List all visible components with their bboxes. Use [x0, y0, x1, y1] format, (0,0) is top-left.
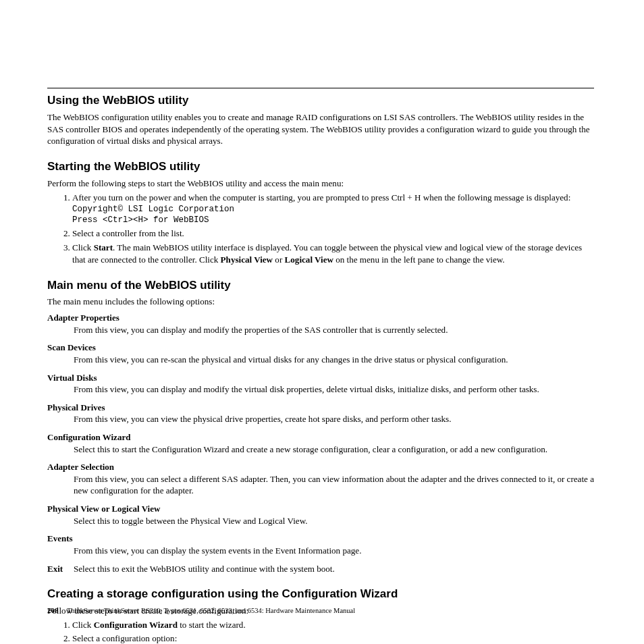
definition-desc: Select this to toggle between the Physic… [74, 515, 594, 527]
definition-desc: From this view, you can display and modi… [74, 383, 594, 396]
text: Click [72, 620, 94, 630]
paragraph: The main menu includes the following opt… [47, 296, 594, 308]
text: or [273, 254, 284, 265]
definition-item: Configuration Wizard Select this to star… [47, 431, 594, 455]
paragraph: Perform the following steps to start the… [47, 178, 594, 190]
definition-term: Configuration Wizard [47, 431, 594, 444]
definition-term: Events [47, 533, 594, 545]
definition-desc: Select this to start the Configuration W… [74, 444, 594, 456]
list-item: After you turn on the power and when the… [72, 192, 594, 226]
bold-text: Logical View [285, 254, 333, 265]
code-block: Copyright© LSI Logic Corporation Press <… [72, 205, 594, 225]
definition-desc: From this view, you can display and modi… [74, 324, 594, 336]
definition-desc: From this view, you can view the physica… [74, 413, 594, 425]
definition-term: Adapter Selection [47, 461, 594, 473]
definition-item: Scan Devices From this view, you can re-… [47, 342, 594, 365]
list-item: Select a controller from the list. [72, 227, 594, 240]
definition-desc: From this view, you can re-scan the phys… [74, 354, 594, 366]
page-footer: 208 ThinkServer ThinkServer RS210, Types… [47, 606, 355, 616]
text: Click [72, 242, 94, 252]
heading-using-webbios: Using the WebBIOS utility [47, 88, 594, 109]
heading-starting-webbios: Starting the WebBIOS utility [47, 159, 594, 175]
definition-item: Events From this view, you can display t… [47, 533, 594, 556]
ordered-list: Click Configuration Wizard to start the … [72, 619, 594, 644]
paragraph: The WebBIOS configuration utility enable… [47, 111, 594, 147]
definition-term: Exit [47, 563, 74, 575]
definition-list: Adapter Properties From this view, you c… [47, 312, 594, 574]
heading-main-menu: Main menu of the WebBIOS utility [47, 278, 594, 294]
list-item: Click Configuration Wizard to start the … [72, 619, 594, 631]
bold-text: Configuration Wizard [94, 620, 178, 630]
definition-item: Virtual Disks From this view, you can di… [47, 372, 594, 396]
definition-term: Virtual Disks [47, 372, 594, 384]
bold-text: Physical View [221, 254, 273, 265]
definition-item: Adapter Selection From this view, you ca… [47, 461, 594, 497]
section-main-menu: Main menu of the WebBIOS utility The mai… [47, 278, 594, 575]
section-using-webbios: Using the WebBIOS utility The WebBIOS co… [47, 88, 594, 147]
definition-item: Physical View or Logical View Select thi… [47, 503, 594, 527]
ordered-list: After you turn on the power and when the… [72, 192, 594, 266]
page-number: 208 [47, 606, 59, 614]
footer-text: ThinkServer ThinkServer RS210, Types 653… [67, 607, 355, 614]
definition-term: Scan Devices [47, 342, 594, 354]
definition-term: Physical Drives [47, 402, 594, 414]
list-item: Select a configuration option: [72, 633, 594, 644]
text: After you turn on the power and when the… [72, 192, 570, 203]
definition-desc: Select this to exit the WebBIOS utility … [74, 563, 594, 575]
text: to start the wizard. [178, 620, 246, 630]
list-item: Click Start. The main WebBIOS utility in… [72, 242, 594, 265]
definition-desc: From this view, you can display the syst… [74, 545, 594, 557]
section-starting-webbios: Starting the WebBIOS utility Perform the… [47, 159, 594, 266]
definition-term: Physical View or Logical View [47, 503, 594, 515]
definition-item: Adapter Properties From this view, you c… [47, 312, 594, 336]
bold-text: Start [94, 242, 113, 252]
definition-term: Adapter Properties [47, 312, 594, 324]
definition-desc: From this view, you can select a differe… [74, 473, 594, 497]
heading-creating-config: Creating a storage configuration using t… [47, 587, 594, 602]
definition-item: Exit Select this to exit the WebBIOS uti… [47, 563, 594, 575]
definition-item: Physical Drives From this view, you can … [47, 402, 594, 425]
text: on the menu in the left pane to change t… [333, 254, 505, 265]
